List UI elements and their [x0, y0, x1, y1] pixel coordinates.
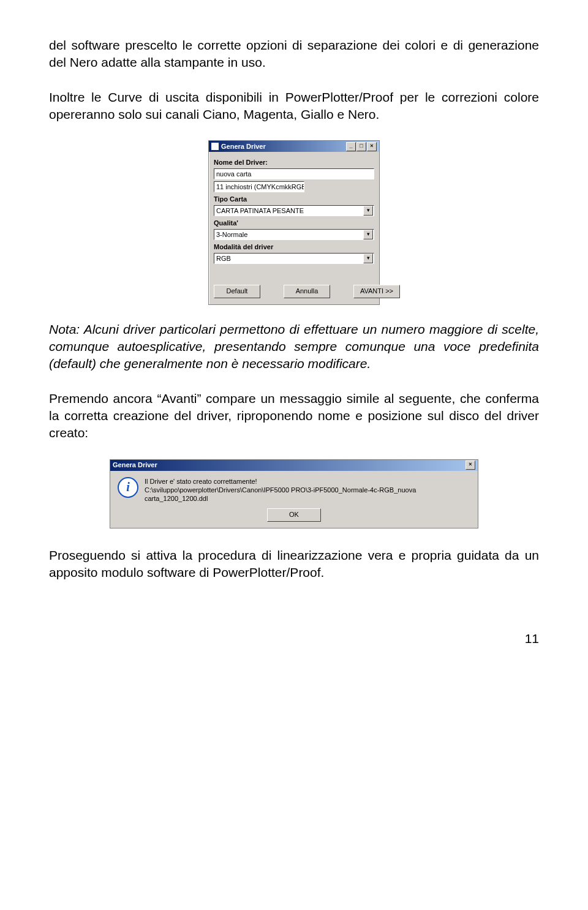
- select-tipo-carta[interactable]: CARTA PATINATA PESANTE ▾: [214, 205, 374, 216]
- screenshot-2: Genera Driver × i Il Driver e' stato cre…: [49, 459, 539, 528]
- label-modalita: Modalità del driver: [214, 243, 374, 252]
- app-icon: [211, 143, 219, 150]
- avanti-button[interactable]: AVANTI >>: [353, 285, 400, 298]
- paragraph-2: Inoltre le Curve di uscita disponibili i…: [49, 89, 539, 124]
- select-inchiostri[interactable]: 11 inchiostri (CMYKcmkkRGB ▾: [214, 181, 304, 192]
- select-qualita[interactable]: 3-Normale ▾: [214, 229, 374, 240]
- paragraph-1: del software prescelto le corrette opzio…: [49, 37, 539, 72]
- info-icon: i: [118, 477, 138, 498]
- minimize-button[interactable]: _: [346, 142, 356, 151]
- page-number: 11: [49, 630, 539, 647]
- dialog2-titlebar: Genera Driver ×: [110, 460, 478, 471]
- chevron-down-icon: ▾: [363, 254, 373, 263]
- select-inchiostri-value: 11 inchiostri (CMYKcmkkRGB: [216, 182, 304, 192]
- genera-driver-dialog: Genera Driver _ □ × Nome del Driver: nuo…: [208, 140, 380, 304]
- screenshot-1: Genera Driver _ □ × Nome del Driver: nuo…: [49, 140, 539, 304]
- label-nome-driver: Nome del Driver:: [214, 158, 374, 167]
- select-tipo-value: CARTA PATINATA PESANTE: [216, 206, 304, 216]
- message-dialog: Genera Driver × i Il Driver e' stato cre…: [110, 459, 478, 528]
- select-qualita-value: 3-Normale: [216, 230, 247, 239]
- dialog-titlebar: Genera Driver _ □ ×: [209, 141, 379, 152]
- maximize-button[interactable]: □: [356, 142, 366, 151]
- chevron-down-icon: ▾: [363, 206, 373, 216]
- input-nome-value: nuova carta: [216, 169, 251, 179]
- label-tipo-carta: Tipo Carta: [214, 195, 374, 204]
- select-modalita-value: RGB: [216, 254, 231, 263]
- dialog2-title: Genera Driver: [113, 461, 157, 470]
- close-button[interactable]: ×: [466, 461, 475, 470]
- paragraph-nota: Nota: Alcuni driver particolari permetto…: [49, 321, 539, 373]
- input-nome-driver[interactable]: nuova carta: [214, 168, 374, 179]
- dialog-title: Genera Driver: [221, 142, 266, 151]
- dialog2-line2: C:\sviluppo\powerplotter\Drivers\Canon\I…: [145, 486, 470, 503]
- label-qualita: Qualita': [214, 219, 374, 228]
- dialog2-line1: Il Driver e' stato creato correttamente!: [145, 477, 470, 486]
- ok-button[interactable]: OK: [267, 508, 321, 522]
- paragraph-4: Premendo ancora “Avanti” compare un mess…: [49, 390, 539, 442]
- default-button[interactable]: Default: [214, 285, 260, 298]
- paragraph-5: Proseguendo si attiva la procedura di li…: [49, 547, 539, 582]
- select-modalita[interactable]: RGB ▾: [214, 253, 374, 264]
- chevron-down-icon: ▾: [363, 230, 373, 239]
- annulla-button[interactable]: Annulla: [284, 285, 330, 298]
- close-button[interactable]: ×: [367, 142, 377, 151]
- dialog2-message: Il Driver e' stato creato correttamente!…: [145, 477, 470, 503]
